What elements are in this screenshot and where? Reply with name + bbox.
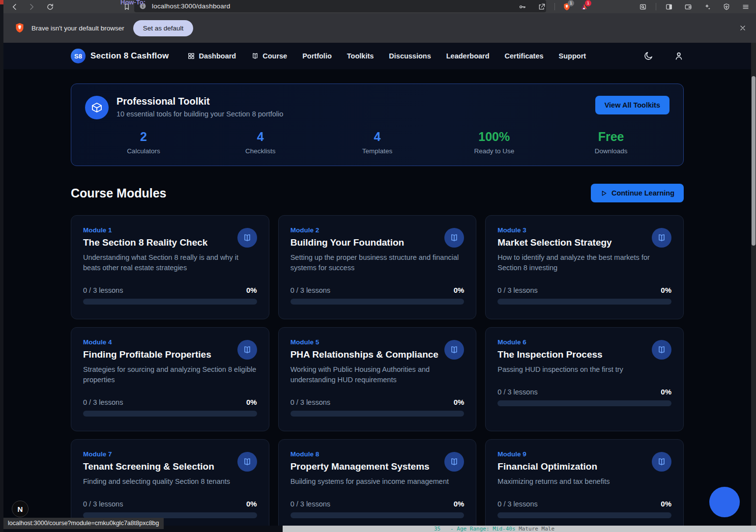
toolkit-stat: 4 Templates xyxy=(319,130,436,155)
nav-item-label: Dashboard xyxy=(199,52,236,60)
brave-rewards-icon[interactable]: 1 xyxy=(579,1,589,13)
stat-value: 100% xyxy=(436,130,552,144)
url-bar[interactable]: localhost:3000/dashboard xyxy=(134,0,546,12)
toolkit-title: Professional Toolkit xyxy=(116,96,283,107)
chat-fab-button[interactable] xyxy=(709,487,740,517)
nav-item-portfolio[interactable]: Portfolio xyxy=(302,52,332,60)
brave-shields-icon[interactable]: 1 xyxy=(561,1,572,13)
nav-links: Dashboard Course Portfolio Toolkits Disc… xyxy=(187,52,586,60)
forward-button[interactable] xyxy=(25,1,38,13)
module-book-button[interactable] xyxy=(237,340,257,360)
toolkit-subtitle: 10 essential tools for building your Sec… xyxy=(116,110,283,118)
theme-toggle-moon-icon[interactable] xyxy=(643,51,653,61)
nav-item-discussions[interactable]: Discussions xyxy=(389,52,431,60)
wallet-icon[interactable] xyxy=(682,1,695,13)
menu-icon[interactable] xyxy=(739,1,752,13)
screenshot-search-icon[interactable] xyxy=(637,1,649,13)
module-book-button[interactable] xyxy=(444,452,464,472)
book-icon xyxy=(657,457,667,467)
nav-item-label: Certificates xyxy=(505,52,544,60)
profile-icon[interactable] xyxy=(674,51,684,61)
leo-ai-sparkles-icon[interactable] xyxy=(701,1,714,13)
page-scrollbar[interactable] xyxy=(751,43,756,526)
recording-indicator xyxy=(0,0,3,4)
share-icon[interactable] xyxy=(535,1,548,13)
close-icon[interactable] xyxy=(737,23,748,33)
module-card[interactable]: Module 7 Tenant Screening & Selection Fi… xyxy=(71,439,269,526)
module-label: Module 9 xyxy=(497,450,597,458)
module-progress-percent: 0% xyxy=(246,398,257,406)
module-progress-percent: 0% xyxy=(454,398,465,406)
module-progress-percent: 0% xyxy=(454,500,465,508)
module-card[interactable]: Module 9 Financial Optimization Maximizi… xyxy=(485,439,684,526)
module-progress-bar xyxy=(497,400,671,406)
module-lessons-count: 0 / 3 lessons xyxy=(83,398,123,406)
module-progress-bar xyxy=(83,411,257,417)
module-book-button[interactable] xyxy=(237,452,257,472)
module-label: Module 6 xyxy=(497,338,602,346)
module-book-button[interactable] xyxy=(652,340,671,360)
module-book-button[interactable] xyxy=(444,340,464,360)
default-browser-notification: Brave isn't your default browser Set as … xyxy=(3,13,756,43)
module-card[interactable]: Module 8 Property Management Systems Bui… xyxy=(278,439,477,526)
module-card[interactable]: Module 4 Finding Profitable Properties S… xyxy=(71,327,269,431)
vpn-shield-icon[interactable] xyxy=(720,1,733,13)
nav-item-label: Leaderboard xyxy=(446,52,490,60)
book-icon xyxy=(251,52,259,60)
professional-toolkit-banner: Professional Toolkit 10 essential tools … xyxy=(71,84,684,166)
module-label: Module 4 xyxy=(83,338,211,346)
module-progress-bar xyxy=(83,299,257,305)
scrollbar-thumb[interactable] xyxy=(752,76,756,246)
module-title: The Inspection Process xyxy=(497,349,602,360)
module-progress-bar xyxy=(497,299,671,305)
stat-value: Free xyxy=(552,130,669,144)
toolbar-separator xyxy=(554,3,555,10)
module-progress-percent: 0% xyxy=(454,286,465,294)
url-text[interactable]: localhost:3000/dashboard xyxy=(152,2,230,10)
module-description: How to identify and analyze the best mar… xyxy=(497,252,671,273)
book-icon xyxy=(657,233,667,243)
reload-button[interactable] xyxy=(44,1,57,13)
nav-item-leaderboard[interactable]: Leaderboard xyxy=(446,52,490,60)
nav-item-course[interactable]: Course xyxy=(251,52,287,60)
book-icon xyxy=(242,233,252,243)
module-book-button[interactable] xyxy=(652,228,671,248)
page-viewport: S8 Section 8 Cashflow Dashboard Course P… xyxy=(3,43,751,526)
module-lessons-count: 0 / 3 lessons xyxy=(291,286,330,294)
password-key-icon[interactable] xyxy=(516,1,529,13)
module-label: Module 7 xyxy=(83,450,214,458)
nav-item-certificates[interactable]: Certificates xyxy=(505,52,544,60)
module-card[interactable]: Module 3 Market Selection Strategy How t… xyxy=(485,215,684,319)
toolkit-stat: Free Downloads xyxy=(552,130,669,155)
module-card[interactable]: Module 6 The Inspection Process Passing … xyxy=(485,327,684,431)
module-lessons-count: 0 / 3 lessons xyxy=(497,388,537,396)
module-title: Market Selection Strategy xyxy=(497,237,611,248)
brand-name[interactable]: Section 8 Cashflow xyxy=(90,51,169,61)
screen: localhost:3000/dashboard 1 1 xyxy=(0,0,756,532)
nextjs-devtools-badge[interactable]: N xyxy=(12,501,29,517)
nav-item-support[interactable]: Support xyxy=(559,52,586,60)
sidebar-toggle-icon[interactable] xyxy=(663,1,675,13)
view-all-toolkits-button[interactable]: View All Toolkits xyxy=(595,96,669,114)
site-logo[interactable]: S8 xyxy=(71,49,86,63)
module-title: Finding Profitable Properties xyxy=(83,349,211,360)
continue-learning-button[interactable]: Continue Learning xyxy=(591,184,684,202)
module-title: The Section 8 Reality Check xyxy=(83,237,207,248)
module-title: Property Management Systems xyxy=(291,461,430,472)
module-book-button[interactable] xyxy=(652,452,671,472)
module-description: Setting up the proper business structure… xyxy=(291,252,465,273)
module-book-button[interactable] xyxy=(444,228,464,248)
nav-item-toolkits[interactable]: Toolkits xyxy=(347,52,374,60)
back-button[interactable] xyxy=(8,1,21,13)
set-as-default-button[interactable]: Set as default xyxy=(133,20,194,36)
stat-value: 2 xyxy=(85,130,202,144)
module-card[interactable]: Module 1 The Section 8 Reality Check Und… xyxy=(71,215,269,319)
module-description: Understanding what Section 8 really is a… xyxy=(83,252,257,273)
module-card[interactable]: Module 2 Building Your Foundation Settin… xyxy=(278,215,477,319)
stat-label: Calculators xyxy=(85,147,202,155)
module-card[interactable]: Module 5 PHA Relationships & Compliance … xyxy=(278,327,477,431)
module-lessons-count: 0 / 3 lessons xyxy=(83,500,123,508)
module-book-button[interactable] xyxy=(237,228,257,248)
module-description: Strategies for sourcing and analyzing Se… xyxy=(83,364,257,385)
nav-item-dashboard[interactable]: Dashboard xyxy=(187,52,236,60)
